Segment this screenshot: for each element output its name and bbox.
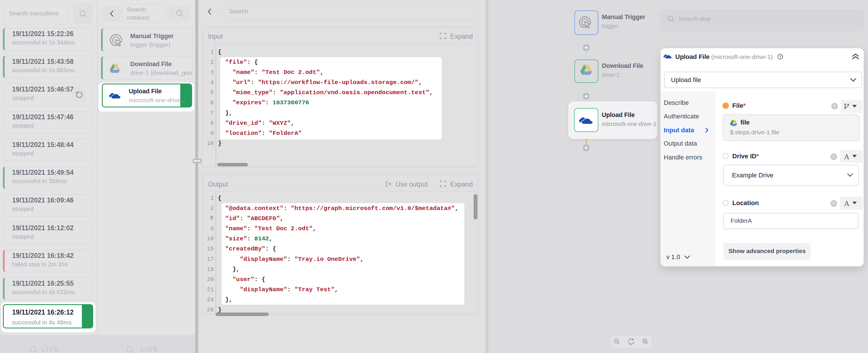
svg-text:?: ? [779, 55, 781, 59]
